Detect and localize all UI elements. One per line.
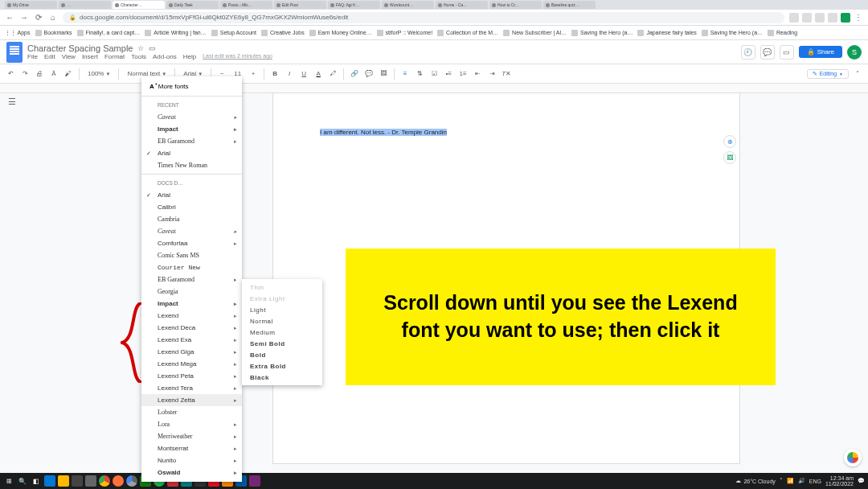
volume-icon[interactable]: 🔊 bbox=[798, 478, 805, 484]
undo-icon[interactable]: ↶ bbox=[5, 68, 16, 80]
increase-indent-icon[interactable]: ⇥ bbox=[486, 68, 497, 80]
browser-tab[interactable]: Daily Task bbox=[166, 1, 219, 9]
font-item[interactable]: Calibri bbox=[141, 201, 242, 213]
font-weight-item[interactable]: Semi Bold bbox=[242, 338, 322, 349]
document-text[interactable]: I am different. Not less. - Dr. Temple G… bbox=[320, 129, 447, 136]
bookmark-item[interactable]: Earn Money Online… bbox=[309, 30, 372, 36]
clock-time[interactable]: 12:34 am bbox=[825, 475, 854, 481]
smart-chip-icon[interactable]: ⊕ bbox=[723, 135, 736, 148]
star-icon[interactable]: ☆ bbox=[137, 44, 144, 52]
bookmark-item[interactable]: Article Writing | fan… bbox=[145, 30, 207, 36]
bulleted-list-icon[interactable]: •≡ bbox=[443, 68, 454, 80]
bookmark-item[interactable]: New Subscriber | Al… bbox=[503, 30, 567, 36]
editing-mode-dropdown[interactable]: ✎ Editing ▼ bbox=[807, 69, 849, 79]
bold-icon[interactable]: B bbox=[269, 68, 280, 80]
doc-title[interactable]: Character Spacing Sample bbox=[27, 43, 133, 53]
font-weight-item[interactable]: Bold bbox=[242, 349, 322, 360]
font-item[interactable]: Oswald▸ bbox=[141, 466, 242, 479]
browser-tab[interactable]: My Drive bbox=[5, 1, 57, 9]
font-item[interactable]: Nunito▸ bbox=[141, 454, 242, 466]
bookmark-item[interactable]: Saving the Hero (a… bbox=[571, 30, 633, 36]
underline-icon[interactable]: U bbox=[298, 68, 309, 80]
collapse-toolbar-icon[interactable]: ˄ bbox=[852, 68, 863, 80]
font-item[interactable]: Merriweather▸ bbox=[141, 430, 242, 442]
font-item[interactable]: Lexend Mega▸ bbox=[141, 358, 242, 370]
browser-tab[interactable]: Edit Post bbox=[274, 1, 326, 9]
font-item[interactable]: EB Garamond▸ bbox=[141, 135, 242, 147]
app-icon[interactable] bbox=[44, 475, 55, 487]
docs-product-icon[interactable] bbox=[6, 42, 23, 63]
extension-icon[interactable] bbox=[828, 13, 837, 23]
font-weight-submenu[interactable]: ThinExtra LightLightNormalMediumSemi Bol… bbox=[242, 279, 322, 385]
bookmark-item[interactable]: Collection of the M… bbox=[437, 30, 498, 36]
tray-chevron-icon[interactable]: ˄ bbox=[780, 478, 783, 484]
menu-add-ons[interactable]: Add-ons bbox=[153, 53, 177, 60]
insert-image-icon[interactable]: 🖼 bbox=[378, 68, 389, 80]
font-item[interactable]: Times New Roman bbox=[141, 159, 242, 171]
menu-format[interactable]: Format bbox=[104, 53, 125, 60]
checklist-icon[interactable]: ☑ bbox=[428, 68, 440, 80]
font-weight-item[interactable]: Medium bbox=[242, 327, 322, 338]
font-item[interactable]: Lexend Deca▸ bbox=[141, 322, 242, 334]
font-item[interactable]: Lexend Peta▸ bbox=[141, 370, 242, 382]
browser-tab[interactable]: … bbox=[59, 1, 111, 9]
add-comment-icon[interactable]: 💬 bbox=[363, 68, 375, 80]
font-item[interactable]: Courier New bbox=[141, 261, 242, 273]
extension-icon[interactable] bbox=[815, 13, 825, 23]
share-button[interactable]: 🔒 Share bbox=[799, 46, 842, 58]
ruler[interactable] bbox=[0, 84, 868, 93]
browser-tab[interactable]: Home - Ca… bbox=[436, 1, 488, 9]
extension-icon[interactable] bbox=[802, 13, 812, 23]
font-item[interactable]: Lexend Exa▸ bbox=[141, 334, 242, 346]
comments-icon[interactable]: 💬 bbox=[760, 45, 775, 60]
browser-tab[interactable]: How to Cr… bbox=[489, 1, 542, 9]
decrease-indent-icon[interactable]: ⇤ bbox=[472, 68, 483, 80]
font-item[interactable]: Comic Sans MS bbox=[141, 249, 242, 261]
start-icon[interactable]: ⊞ bbox=[3, 475, 14, 487]
line-spacing-icon[interactable]: ⇅ bbox=[414, 68, 425, 80]
app-icon[interactable] bbox=[85, 475, 96, 487]
font-item[interactable]: EB Garamond▸ bbox=[141, 273, 242, 286]
menu-file[interactable]: File bbox=[27, 53, 38, 60]
bookmark-item[interactable]: stiforP :: Welcome! bbox=[377, 30, 432, 36]
font-item[interactable]: Arial bbox=[141, 147, 242, 159]
font-item[interactable]: Caveat▸ bbox=[141, 111, 242, 123]
font-weight-item[interactable]: Extra Light bbox=[242, 293, 322, 304]
paint-format-icon[interactable]: 🖌 bbox=[63, 68, 74, 80]
bookmark-item[interactable]: Saving the Hero (a… bbox=[702, 30, 763, 36]
wifi-icon[interactable]: 📶 bbox=[787, 478, 794, 484]
browser-tab[interactable]: Wordcount… bbox=[382, 1, 434, 9]
menu-view[interactable]: View bbox=[62, 53, 76, 60]
bookmark-item[interactable]: Reading bbox=[768, 30, 797, 36]
bookmark-item[interactable]: Creative Jobs bbox=[261, 30, 305, 36]
bookmark-item[interactable]: Bookmarks bbox=[35, 30, 72, 36]
browser-tab[interactable]: FAQ: Agi fr… bbox=[328, 1, 380, 9]
forward-icon[interactable]: → bbox=[19, 13, 29, 23]
font-item[interactable]: Impact▸ bbox=[141, 123, 242, 135]
menu-edit[interactable]: Edit bbox=[44, 53, 55, 60]
folder-move-icon[interactable]: ▭ bbox=[149, 44, 156, 52]
history-icon[interactable]: 🕘 bbox=[741, 45, 755, 60]
font-weight-item[interactable]: Light bbox=[242, 304, 322, 315]
font-item[interactable]: Lora▸ bbox=[141, 418, 242, 430]
font-item[interactable]: Lexend Tera▸ bbox=[141, 382, 242, 394]
firefox-icon[interactable] bbox=[113, 475, 124, 487]
last-edit-text[interactable]: Last edit was 2 minutes ago bbox=[203, 53, 272, 60]
kebab-icon[interactable]: ⋮ bbox=[854, 13, 863, 23]
chrome-beta-icon[interactable] bbox=[126, 475, 137, 487]
back-icon[interactable]: ← bbox=[5, 13, 14, 23]
font-weight-item[interactable]: Thin bbox=[242, 281, 322, 293]
font-item[interactable]: Lexend Giga▸ bbox=[141, 346, 242, 358]
text-color-icon[interactable]: A bbox=[313, 68, 324, 80]
app-icon[interactable] bbox=[249, 475, 260, 487]
font-item[interactable]: Arial bbox=[141, 189, 242, 201]
browser-tab[interactable]: Baseline quiz… bbox=[543, 1, 596, 9]
search-icon[interactable]: 🔍 bbox=[17, 475, 28, 487]
reload-icon[interactable]: ⟳ bbox=[34, 13, 43, 23]
increase-font-icon[interactable]: + bbox=[248, 68, 259, 80]
align-icon[interactable]: ≡ bbox=[399, 68, 411, 80]
extension-icon[interactable] bbox=[841, 13, 850, 23]
chrome-icon[interactable] bbox=[99, 475, 110, 487]
font-item[interactable]: Lobster bbox=[141, 406, 242, 418]
extension-icon[interactable] bbox=[789, 13, 799, 23]
